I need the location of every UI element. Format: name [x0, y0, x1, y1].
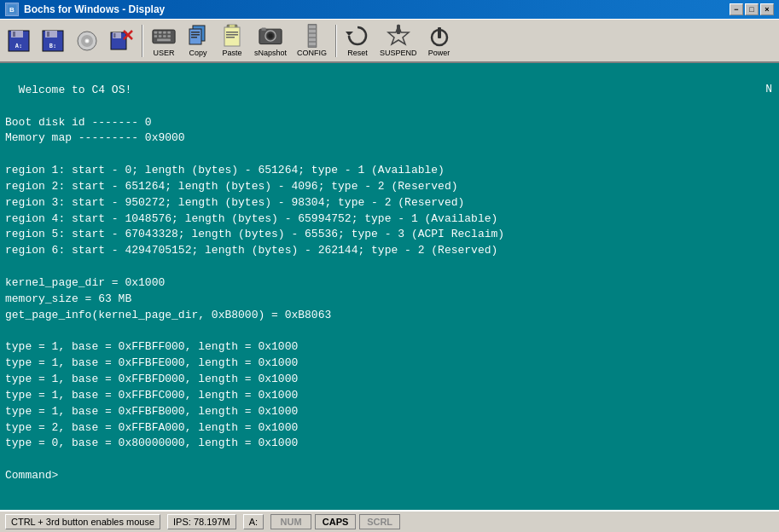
svg-text:B:: B:: [49, 43, 56, 49]
svg-rect-28: [157, 39, 171, 42]
config-label: CONFIG: [297, 49, 327, 57]
power-icon: [427, 24, 451, 48]
snapshot-icon: [259, 24, 282, 48]
suspend-icon: [387, 24, 410, 48]
copy-button[interactable]: Copy: [183, 21, 213, 60]
svg-marker-51: [346, 32, 353, 36]
svg-rect-20: [154, 32, 158, 34]
snapshot-label: sNapshot: [254, 49, 287, 57]
floppy-eject-icon: [109, 29, 133, 53]
user-button[interactable]: USER: [148, 21, 179, 60]
svg-rect-39: [226, 37, 235, 38]
floppy-b-icon: B:: [41, 29, 65, 53]
mouse-hint-section: CTRL + 3rd button enables mouse: [5, 514, 160, 529]
svg-rect-50: [309, 43, 316, 45]
title-bar: B Bochs for Windows - Display − □ ×: [0, 0, 779, 19]
reset-label: Reset: [347, 49, 368, 57]
config-icon: [300, 24, 324, 48]
svg-rect-16: [113, 33, 116, 38]
svg-rect-22: [163, 32, 166, 34]
svg-rect-36: [230, 25, 235, 27]
config-button[interactable]: CONFIG: [294, 21, 330, 60]
floppy-b-button[interactable]: B:: [38, 26, 68, 55]
paste-icon: [220, 24, 244, 48]
svg-rect-48: [309, 34, 316, 37]
floppy-a-button[interactable]: A:: [3, 26, 34, 55]
svg-point-13: [86, 39, 89, 42]
minimize-button[interactable]: −: [730, 3, 743, 15]
svg-rect-47: [309, 30, 316, 32]
status-bar: CTRL + 3rd button enables mouse IPS: 78.…: [0, 510, 779, 532]
suspend-button[interactable]: SUSPEND: [376, 21, 421, 60]
mouse-hint-text: CTRL + 3rd button enables mouse: [11, 517, 154, 527]
keyboard-icon: [152, 24, 176, 48]
separator-2: [335, 25, 337, 57]
caps-indicator: CAPS: [315, 514, 356, 529]
svg-rect-21: [159, 32, 162, 34]
svg-rect-25: [159, 35, 162, 38]
svg-point-43: [268, 33, 272, 38]
floppy-eject-button[interactable]: [106, 26, 137, 55]
terminal-display: Welcome to C4 OS! Boot disk id ------- 0…: [0, 63, 779, 510]
cdrom-button[interactable]: [72, 26, 102, 55]
snapshot-button[interactable]: sNapshot: [251, 21, 290, 60]
svg-rect-31: [191, 32, 200, 33]
cdrom-icon: [75, 29, 99, 53]
maximize-button[interactable]: □: [745, 3, 759, 15]
copy-icon: [186, 24, 210, 48]
title-bar-left: B Bochs for Windows - Display: [5, 3, 165, 16]
power-button[interactable]: Power: [424, 21, 455, 60]
paste-label: Paste: [222, 49, 241, 57]
ips-text: IPS: 78.197M: [173, 517, 230, 527]
num-indicator: NUM: [270, 514, 311, 529]
drive-section: A:: [243, 514, 264, 529]
close-button[interactable]: ×: [760, 3, 774, 15]
scrl-indicator: SCRL: [359, 514, 400, 529]
svg-rect-44: [262, 27, 266, 31]
svg-text:B: B: [9, 6, 15, 14]
reset-icon: [346, 24, 369, 48]
copy-label: Copy: [189, 49, 206, 57]
svg-rect-37: [226, 32, 238, 33]
paste-button[interactable]: Paste: [217, 21, 247, 60]
svg-rect-27: [167, 35, 171, 38]
suspend-label: SUSPEND: [380, 49, 417, 57]
svg-text:A:: A:: [15, 43, 22, 49]
svg-rect-4: [13, 32, 15, 37]
app-icon: B: [5, 3, 19, 16]
svg-rect-33: [191, 37, 197, 38]
svg-rect-26: [163, 35, 166, 38]
power-label: Power: [428, 49, 451, 57]
svg-rect-38: [226, 34, 238, 36]
reset-button[interactable]: Reset: [342, 21, 373, 60]
toolbar: A: B:: [0, 19, 779, 63]
svg-rect-8: [47, 32, 49, 37]
drive-text: A:: [249, 517, 258, 527]
window-controls: − □ ×: [730, 3, 774, 15]
svg-rect-55: [438, 27, 441, 38]
svg-rect-53: [397, 25, 400, 34]
user-label: USER: [153, 49, 174, 57]
separator-1: [142, 25, 143, 57]
title-text: Bochs for Windows - Display: [24, 3, 165, 15]
ips-section: IPS: 78.197M: [167, 514, 236, 529]
svg-rect-32: [191, 34, 200, 36]
svg-rect-24: [154, 35, 158, 38]
svg-rect-46: [309, 26, 316, 28]
floppy-a-icon: A:: [7, 29, 31, 53]
svg-rect-23: [167, 32, 171, 34]
cursor-indicator: N: [765, 82, 772, 98]
terminal-content: Welcome to C4 OS! Boot disk id ------- 0…: [5, 84, 504, 482]
svg-rect-49: [309, 38, 316, 41]
